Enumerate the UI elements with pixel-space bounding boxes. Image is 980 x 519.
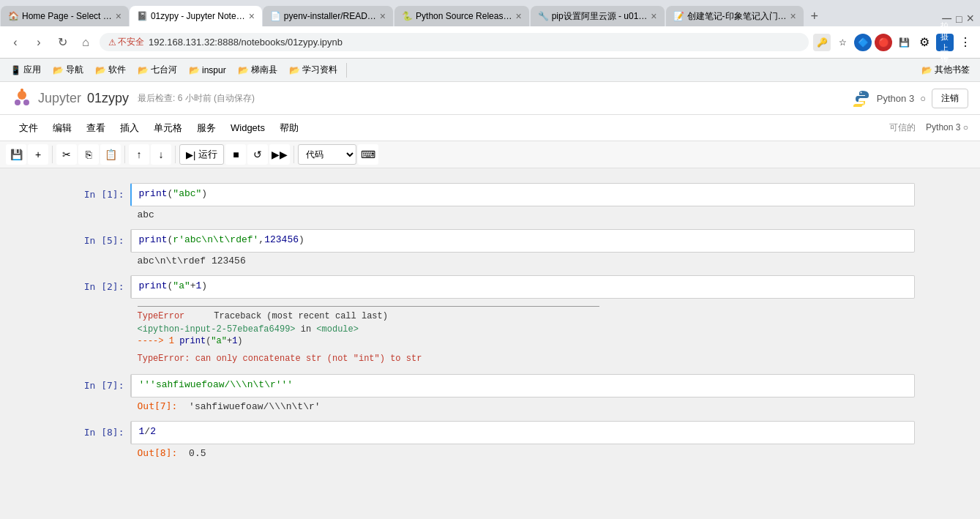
cell-2-code[interactable]: print(r'abc\n\t\rdef',123456): [130, 229, 915, 253]
home-button[interactable]: ⌂: [76, 33, 95, 52]
tab-notes[interactable]: 📝 创建笔记-印象笔记入门… ×: [666, 6, 804, 26]
bookmark-inspur-label: inspur: [202, 65, 226, 75]
cell-5-out-label: Out[8]:: [138, 447, 178, 458]
bookmark-inspur[interactable]: 📂 inspur: [184, 64, 231, 77]
new-tab-button[interactable]: +: [804, 6, 825, 26]
restart-button[interactable]: ↺: [247, 144, 268, 165]
tab-close-notes[interactable]: ×: [790, 10, 796, 22]
ext-key-icon[interactable]: 🔑: [813, 34, 831, 51]
error-message-line: TypeError: can only concatenate str (not…: [138, 354, 908, 364]
url-bar[interactable]: ⚠ 不安全 192.168.131.32:8888/notebooks/01zy…: [100, 33, 809, 51]
url-text: 192.168.131.32:8888/notebooks/01zypy.ipy…: [149, 37, 343, 48]
cell-4-code[interactable]: '''sahfiwuefoaw/\\\n\t\r''': [130, 374, 915, 397]
tab-home[interactable]: 🏠 Home Page - Select … ×: [1, 6, 129, 26]
cell-1-close: ): [201, 188, 207, 199]
cell-1-output: abc: [130, 206, 915, 223]
notebook-content: In [1]: print("abc") abc In [5]: print(r…: [0, 168, 980, 482]
add-cell-button[interactable]: +: [28, 144, 48, 165]
bookmark-software[interactable]: 📂 软件: [91, 62, 130, 78]
cell-3-code[interactable]: print("a"+1): [130, 275, 915, 299]
tab-close-python[interactable]: ×: [515, 10, 521, 22]
cell-4-out-label: Out[7]:: [138, 400, 178, 411]
tab-title-python: Python Source Releas…: [416, 11, 512, 21]
error-line-close: ): [237, 336, 242, 346]
tab-pyenv[interactable]: 📄 pyenv-installer/READ… ×: [263, 6, 393, 26]
back-button[interactable]: ‹: [6, 33, 25, 52]
tab-close-pip[interactable]: ×: [651, 10, 657, 22]
bookmark-qitaihe[interactable]: 📂 七台河: [133, 62, 182, 78]
refresh-button[interactable]: ↻: [53, 33, 72, 52]
menu-view[interactable]: 查看: [79, 119, 113, 138]
bookmark-nav-label: 导航: [66, 64, 83, 76]
notebook-title[interactable]: 01zypy: [87, 91, 129, 106]
logout-button[interactable]: 注销: [932, 89, 968, 108]
ext-red-icon[interactable]: 🔴: [875, 34, 892, 51]
bookmark-other[interactable]: 📂 其他书签: [917, 62, 974, 78]
close-button[interactable]: ×: [966, 11, 974, 26]
cell-1-code[interactable]: print("abc"): [130, 183, 915, 206]
svg-point-1: [15, 100, 20, 105]
tab-pip[interactable]: 🔧 pip设置阿里云源 - u01… ×: [531, 6, 665, 26]
save-button[interactable]: 💾: [6, 144, 26, 165]
tab-python[interactable]: 🐍 Python Source Releas… ×: [394, 6, 529, 26]
move-down-button[interactable]: ↓: [151, 144, 171, 165]
forward-button[interactable]: ›: [29, 33, 48, 52]
warning-text: 不安全: [118, 36, 144, 48]
ext-blue-icon[interactable]: 🔷: [854, 34, 872, 51]
menu-edit[interactable]: 编辑: [45, 119, 79, 138]
cell-5-code[interactable]: 1/2: [130, 421, 915, 444]
jupyter-brand-text: Jupyter: [38, 91, 81, 106]
restore-button[interactable]: □: [956, 13, 962, 25]
ext-star-icon[interactable]: ☆: [834, 34, 851, 51]
cell-type-select[interactable]: 代码: [298, 144, 356, 165]
ext-save-icon[interactable]: 💾: [895, 34, 913, 51]
menu-file[interactable]: 文件: [12, 119, 45, 138]
header-right: Python 3 ○ 注销: [853, 89, 968, 108]
move-up-button[interactable]: ↑: [129, 144, 149, 165]
ext-upload-icon[interactable]: 拍摄上传: [936, 34, 954, 51]
menu-widgets[interactable]: Widgets: [223, 119, 272, 136]
tab-close-jupyter[interactable]: ×: [249, 10, 255, 22]
bookmark-nav[interactable]: 📂 导航: [48, 62, 88, 78]
stop-button[interactable]: ■: [225, 144, 246, 165]
copy-button[interactable]: ⎘: [78, 144, 99, 165]
tab-favicon-python: 🐍: [402, 11, 412, 21]
ext-settings-icon[interactable]: ⋮: [957, 34, 974, 51]
warning-icon: ⚠: [108, 37, 116, 48]
cut-button[interactable]: ✂: [56, 144, 77, 165]
bookmark-separator: [346, 63, 347, 78]
run-button[interactable]: ▶| 运行: [179, 144, 224, 165]
bookmark-other-label: 其他书签: [935, 64, 970, 76]
cell-5-output: Out[8]: 0.5: [130, 444, 915, 462]
traceback-header: Traceback (most recent call last): [214, 311, 388, 321]
error-location: <ipython-input-2-57ebeafa6499> in <modul…: [138, 324, 908, 335]
cell-2-string: r'abc\n\t\rdef': [173, 234, 258, 245]
tab-close-pyenv[interactable]: ×: [380, 10, 386, 22]
tab-jupyter[interactable]: 📓 01zypy - Jupyter Note… ×: [130, 6, 262, 26]
cell-2-num: 123456: [264, 234, 299, 245]
menu-help[interactable]: 帮助: [272, 119, 306, 138]
menu-cell[interactable]: 单元格: [146, 119, 190, 138]
bookmark-apps[interactable]: 📱 应用: [6, 62, 45, 78]
python-logo-icon: [853, 89, 871, 107]
browser-window: 🏠 Home Page - Select … × 📓 01zypy - Jupy…: [0, 0, 980, 482]
trusted-indicator: 可信的: [889, 122, 916, 132]
cell-1-area: print("abc") abc: [130, 183, 915, 223]
menu-kernel[interactable]: 服务: [190, 119, 223, 138]
cell-2-comma: ,: [258, 234, 264, 245]
address-bar: ‹ › ↻ ⌂ ⚠ 不安全 192.168.131.32:8888/notebo…: [0, 26, 980, 59]
ext-chrome-icon[interactable]: ⚙: [916, 34, 933, 51]
svg-point-0: [18, 91, 26, 100]
paste-button[interactable]: 📋: [100, 144, 121, 165]
keyboard-shortcuts-button[interactable]: ⌨: [358, 144, 378, 165]
bookmark-tinanxian[interactable]: 📂 梯南县: [233, 62, 282, 78]
cell-3-area: print("a"+1) TypeError Traceback (most r…: [130, 275, 915, 368]
bookmark-study-icon: 📂: [289, 65, 300, 75]
bookmark-study[interactable]: 📂 学习资料: [285, 62, 342, 78]
tab-favicon-jupyter: 📓: [137, 11, 147, 21]
menu-insert[interactable]: 插入: [113, 119, 146, 138]
restart-run-button[interactable]: ▶▶: [269, 144, 290, 165]
tab-title-jupyter: 01zypy - Jupyter Note…: [151, 11, 245, 21]
bookmark-apps-label: 应用: [23, 64, 41, 76]
tab-close-home[interactable]: ×: [116, 10, 121, 22]
